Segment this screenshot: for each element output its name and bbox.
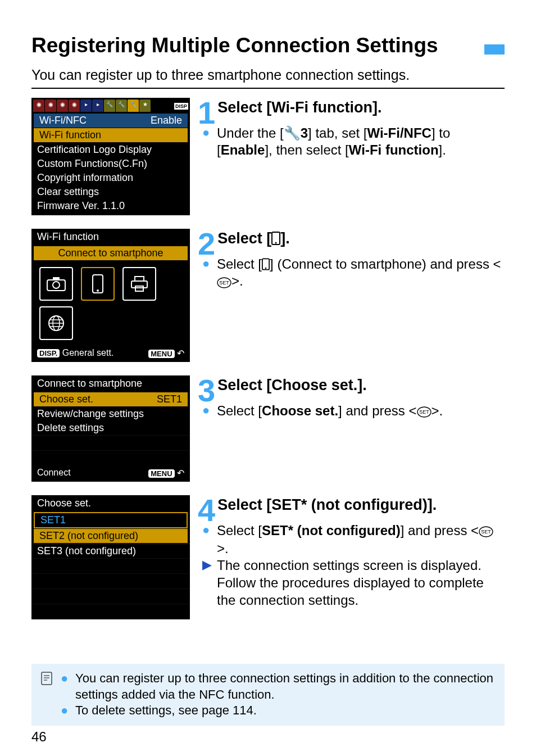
svg-point-1	[53, 282, 60, 288]
lcd-screen-1: ◉ ◉ ◉ ◉ ▸ ▸ 🔧 🔧 🔧 ★ DISP Wi-Fi/NFCEnable…	[31, 98, 190, 215]
set-button-icon: SET	[479, 523, 493, 540]
step2-text: Select [] (Connect to smartphone) and pr…	[217, 256, 505, 291]
step4-text-1: Select [SET* (not configured)] and press…	[217, 522, 505, 558]
svg-rect-6	[131, 281, 147, 288]
bullet-icon: ●	[202, 125, 212, 159]
intro-text: You can register up to three smartphone …	[31, 67, 505, 83]
globe-icon	[39, 306, 73, 340]
title-accent	[484, 44, 505, 55]
note-2: To delete settings, see page 114.	[75, 703, 497, 719]
lcd-screen-3: Connect to smartphone Choose set.SET1 Re…	[31, 375, 190, 482]
step4-text-2: The connection settings screen is displa…	[217, 557, 505, 609]
arrow-icon: ▶	[202, 557, 212, 609]
set-button-icon: SET	[217, 274, 231, 291]
step-number-3: 3	[198, 379, 215, 402]
divider	[31, 88, 505, 89]
note-icon	[37, 671, 56, 719]
bullet-icon: ●	[202, 256, 212, 291]
bullet-icon: ●	[61, 703, 71, 719]
svg-rect-2	[53, 277, 60, 280]
svg-text:SET: SET	[419, 409, 429, 415]
step-head-1: Select [Wi-Fi function].	[198, 98, 505, 116]
step-number-4: 4	[198, 499, 215, 522]
svg-point-14	[275, 242, 277, 243]
wrench-icon: 🔧	[284, 125, 301, 141]
step3-text: Select [Choose set.] and press <SET>.	[217, 402, 505, 420]
lcd-screen-4: Choose set. SET1 SET2 (not configured) S…	[31, 495, 190, 619]
step-head-2: Select [].	[198, 229, 505, 247]
svg-rect-23	[42, 672, 52, 685]
svg-point-4	[97, 289, 99, 292]
svg-text:SET: SET	[219, 280, 229, 286]
camera-icon	[39, 267, 73, 301]
step-number-1: 1	[198, 101, 215, 125]
svg-rect-7	[135, 286, 143, 291]
smartphone-icon	[262, 256, 270, 271]
set-button-icon: SET	[417, 403, 431, 420]
bullet-icon: ●	[61, 671, 71, 703]
step-number-2: 2	[198, 232, 215, 256]
page-title: Registering Multiple Connection Settings	[31, 34, 438, 58]
note-1: You can register up to three connection …	[75, 671, 497, 703]
bullet-icon: ●	[202, 402, 212, 420]
bullet-icon: ●	[202, 522, 212, 558]
step1-text: Under the [🔧3] tab, set [Wi-Fi/NFC] to […	[217, 125, 505, 159]
smartphone-icon	[81, 267, 115, 301]
note-box: ● You can register up to three connectio…	[31, 664, 505, 726]
printer-icon	[122, 267, 156, 301]
page-number: 46	[31, 729, 47, 745]
lcd-screen-2: Wi-Fi function Connect to smartphone DIS…	[31, 229, 190, 362]
svg-text:SET: SET	[481, 529, 491, 535]
svg-rect-5	[135, 277, 144, 281]
step-head-4: Select [SET* (not configured)].	[198, 495, 505, 514]
smartphone-icon	[271, 230, 280, 247]
step-head-3: Select [Choose set.].	[198, 375, 505, 394]
svg-point-16	[265, 267, 267, 269]
